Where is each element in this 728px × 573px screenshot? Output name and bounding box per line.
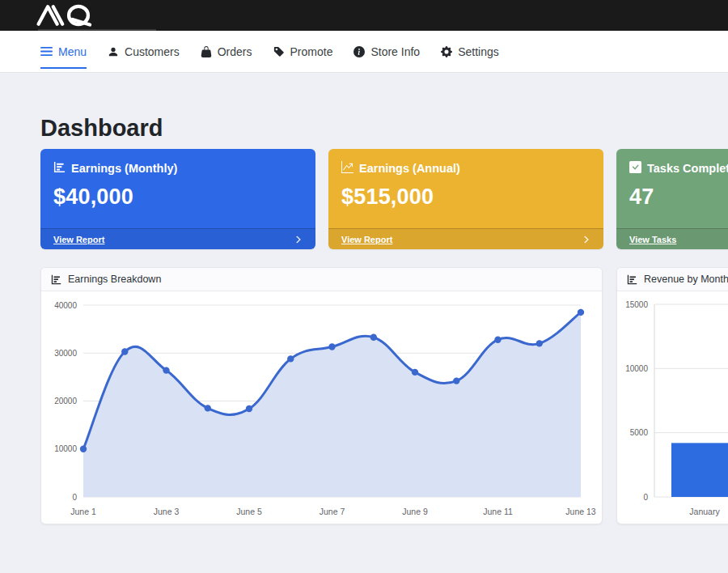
nav-item-menu[interactable]: Menu: [40, 31, 87, 72]
svg-text:5000: 5000: [630, 428, 649, 437]
stat-card-value: 47: [629, 185, 728, 210]
nav-label: Menu: [58, 45, 87, 58]
svg-text:June 3: June 3: [154, 507, 180, 516]
nav-label: Settings: [458, 45, 499, 58]
stat-cards-row: Earnings (Monthly) $40,000 View Report E…: [40, 149, 728, 249]
stat-card-value: $40,000: [53, 185, 303, 210]
card-earnings-annual: Earnings (Annual) $515,000 View Report: [328, 149, 603, 249]
check-square-icon: [629, 161, 641, 176]
chevron-right-icon: [582, 232, 590, 247]
tag-icon: [273, 46, 285, 57]
brand-logo-icon: [32, 4, 102, 27]
hamburger-icon: [40, 46, 53, 57]
nav-label: Orders: [218, 45, 252, 58]
nav-item-store-info[interactable]: Store Info: [353, 31, 420, 72]
earnings-breakdown-card: Earnings Breakdown 010000200003000040000…: [40, 267, 603, 524]
nav-item-promote[interactable]: Promote: [273, 31, 333, 72]
earnings-breakdown-chart: 010000200003000040000June 1June 3June 5J…: [41, 291, 602, 524]
svg-text:20000: 20000: [54, 397, 77, 405]
bar-chart-icon: [627, 274, 637, 285]
svg-text:10000: 10000: [625, 364, 648, 373]
svg-text:0: 0: [643, 493, 648, 502]
chart-title: Earnings Breakdown: [68, 274, 161, 285]
charts-row: Earnings Breakdown 010000200003000040000…: [40, 267, 728, 524]
line-chart-icon: [341, 161, 353, 176]
view-report-link[interactable]: View Report: [40, 228, 315, 249]
chart-title: Revenue by Month: [644, 274, 728, 285]
bag-icon: [201, 46, 212, 57]
view-tasks-link[interactable]: View Tasks: [616, 228, 728, 249]
svg-text:June 13: June 13: [565, 507, 596, 516]
svg-text:January: January: [689, 507, 720, 516]
nav-label: Store Info: [370, 45, 420, 58]
stat-card-value: $515,000: [341, 185, 590, 210]
svg-text:30000: 30000: [54, 349, 77, 358]
main-nav: Menu Customers Orders Promote Store Info…: [0, 31, 728, 73]
card-earnings-monthly: Earnings (Monthly) $40,000 View Report: [40, 149, 315, 249]
revenue-by-month-chart: 050001000015000January: [617, 291, 728, 524]
svg-text:June 7: June 7: [320, 507, 345, 516]
page-title: Dashboard: [40, 115, 728, 141]
chevron-right-icon: [294, 232, 303, 247]
revenue-by-month-card: Revenue by Month 050001000015000January: [616, 267, 728, 524]
svg-text:June 11: June 11: [483, 507, 513, 516]
info-icon: [353, 46, 365, 57]
svg-text:15000: 15000: [625, 300, 648, 309]
nav-item-customers[interactable]: Customers: [108, 31, 180, 72]
svg-text:June 9: June 9: [402, 507, 428, 516]
stat-card-title: Tasks Completed: [647, 162, 728, 175]
svg-text:0: 0: [72, 493, 77, 502]
svg-text:10000: 10000: [54, 444, 77, 453]
svg-text:June 5: June 5: [236, 507, 262, 516]
nav-item-orders[interactable]: Orders: [201, 31, 252, 72]
nav-item-settings[interactable]: Settings: [441, 31, 499, 72]
nav-label: Customers: [125, 45, 180, 58]
bar-chart-icon: [51, 274, 61, 285]
main-content: Dashboard Earnings (Monthly) $40,000 Vie…: [0, 115, 728, 524]
person-icon: [108, 46, 119, 57]
card-tasks-completed: Tasks Completed 47 View Tasks: [616, 149, 728, 249]
stat-card-title: Earnings (Annual): [359, 162, 460, 175]
logo[interactable]: [32, 4, 102, 27]
topbar: [0, 0, 728, 31]
view-report-link[interactable]: View Report: [328, 228, 603, 249]
svg-text:June 1: June 1: [70, 507, 96, 516]
stat-card-title: Earnings (Monthly): [71, 162, 177, 175]
svg-text:40000: 40000: [54, 301, 77, 310]
gear-icon: [441, 46, 452, 57]
nav-label: Promote: [290, 45, 333, 58]
bar-chart-icon: [53, 161, 66, 176]
